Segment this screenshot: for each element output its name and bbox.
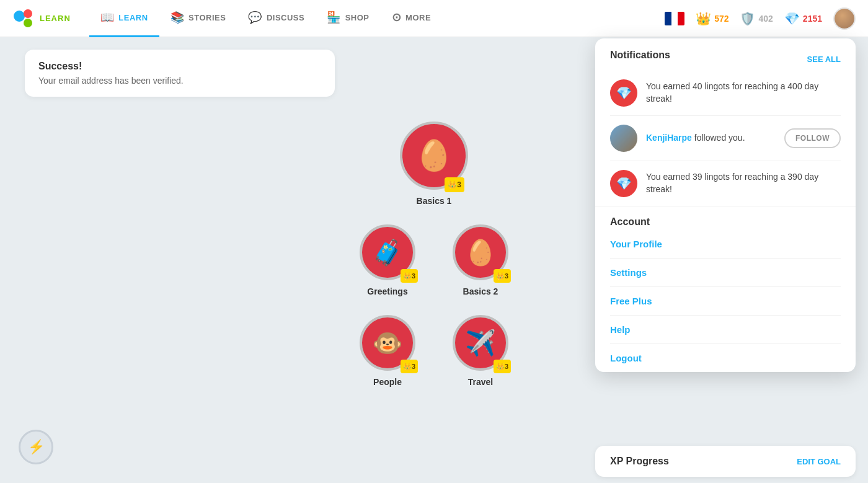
greetings-circle: 🧳 👑3 <box>360 224 415 280</box>
free-plus-link[interactable]: Free Plus <box>610 287 841 316</box>
account-section: Account Your Profile Settings Free Plus … <box>595 206 856 372</box>
notif-text-3: You earned 39 lingots for reaching a 390… <box>646 171 841 195</box>
logo[interactable]: LEARN <box>12 7 71 30</box>
nav-item-stories[interactable]: 📚 STORIES <box>159 0 237 37</box>
people-emoji: 🐵 <box>372 329 403 358</box>
see-all-link[interactable]: SEE ALL <box>807 55 841 64</box>
basics1-label: Basics 1 <box>417 196 452 206</box>
nav-right: 👑 572 🛡️ 402 💎 2151 <box>665 7 856 30</box>
gems-count: 2151 <box>803 14 822 24</box>
shield-count: 402 <box>758 14 773 24</box>
nav-label-learn: LEARN <box>118 13 148 22</box>
strength-icon[interactable]: ⚡ <box>19 430 53 464</box>
travel-circle: ✈️ 👑3 <box>453 315 508 371</box>
discuss-icon: 💬 <box>248 11 262 24</box>
streak-count: 572 <box>714 14 728 24</box>
help-link[interactable]: Help <box>610 316 841 344</box>
flag-red <box>678 12 684 25</box>
stories-icon: 📚 <box>170 11 185 24</box>
edit-goal-link[interactable]: EDIT GOAL <box>797 457 841 466</box>
lesson-basics1[interactable]: 🥚 👑3 Basics 1 <box>400 122 468 206</box>
greetings-label: Greetings <box>367 286 407 296</box>
success-title: Success! <box>38 61 321 72</box>
basics2-crown: 👑3 <box>494 269 511 283</box>
lesson-row-3: 🐵 👑3 People ✈️ 👑3 <box>360 315 508 387</box>
svg-point-2 <box>24 19 32 27</box>
gem-icon-3: 💎 <box>610 170 637 197</box>
more-icon: ⊙ <box>392 11 402 24</box>
travel-crown: 👑3 <box>494 360 511 373</box>
greetings-emoji: 🧳 <box>372 238 403 267</box>
basics1-emoji: 🥚 <box>415 138 453 173</box>
your-profile-link[interactable]: Your Profile <box>610 230 841 259</box>
follow-button[interactable]: FOLLOW <box>784 128 841 148</box>
nav-item-more[interactable]: ⊙ MORE <box>381 0 443 37</box>
user-avatar-img-2 <box>610 125 637 152</box>
basics2-circle: 🥚 👑3 <box>453 224 508 280</box>
notifications-header: Notifications SEE ALL <box>610 50 841 68</box>
flag-blue <box>665 12 671 25</box>
logo-icon <box>12 7 35 30</box>
navbar: LEARN 📖 LEARN 📚 STORIES 💬 DISCUSS 🏪 SHOP… <box>0 0 868 37</box>
gem-icon-1: 💎 <box>610 79 637 107</box>
svg-point-1 <box>24 9 32 18</box>
nav-item-shop[interactable]: 🏪 SHOP <box>316 0 380 37</box>
settings-link[interactable]: Settings <box>610 259 841 287</box>
notif-username[interactable]: KenjiHarpe <box>646 133 692 143</box>
notification-item-3: 💎 You earned 39 lingots for reaching a 3… <box>610 161 841 206</box>
travel-emoji: ✈️ <box>465 329 496 358</box>
gems-icon: 💎 <box>784 11 800 26</box>
user-avatar-2 <box>610 125 637 152</box>
lesson-row-2: 🧳 👑3 Greetings 🥚 👑3 <box>360 224 508 296</box>
notif-text-2: KenjiHarpe followed you. <box>646 132 776 144</box>
avatar-button[interactable] <box>833 7 856 30</box>
streak-stat[interactable]: 👑 572 <box>696 11 728 26</box>
lesson-travel[interactable]: ✈️ 👑3 Travel <box>453 315 508 387</box>
xp-title: XP Progress <box>610 456 669 467</box>
notification-item-2: KenjiHarpe followed you. FOLLOW <box>610 116 841 161</box>
nav-label-more: MORE <box>405 13 431 22</box>
people-crown: 👑3 <box>401 360 418 373</box>
dropdown-panel: Notifications SEE ALL 💎 You earned 40 li… <box>595 38 856 372</box>
xp-progress-panel: XP Progress EDIT GOAL <box>595 446 856 477</box>
shield-stat[interactable]: 🛡️ 402 <box>740 11 773 26</box>
basics2-label: Basics 2 <box>463 286 498 296</box>
basics1-circle: 🥚 👑3 <box>400 122 468 190</box>
shop-icon: 🏪 <box>327 11 341 24</box>
nav-label-stories: STORIES <box>188 13 226 22</box>
learn-icon: 📖 <box>100 11 115 24</box>
nav-label-discuss: DISCUSS <box>267 13 304 22</box>
lesson-basics2[interactable]: 🥚 👑3 Basics 2 <box>453 224 508 296</box>
basics2-emoji: 🥚 <box>465 238 496 267</box>
notification-item-1: 💎 You earned 40 lingots for reaching a 4… <box>610 71 841 116</box>
logo-text: LEARN <box>40 14 71 23</box>
avatar-image <box>835 9 854 29</box>
greetings-crown: 👑3 <box>401 269 418 283</box>
lesson-greetings[interactable]: 🧳 👑3 Greetings <box>360 224 415 296</box>
shield-icon: 🛡️ <box>740 11 755 26</box>
lesson-row-1: 🥚 👑3 Basics 1 <box>400 122 468 206</box>
notifications-section: Notifications SEE ALL 💎 You earned 40 li… <box>595 38 856 206</box>
travel-label: Travel <box>468 377 493 387</box>
notif-text-1: You earned 40 lingots for reaching a 400… <box>646 81 841 105</box>
svg-point-0 <box>14 11 25 22</box>
people-circle: 🐵 👑3 <box>360 315 415 371</box>
success-banner: Success! Your email address has been ver… <box>25 50 335 97</box>
account-title: Account <box>610 216 841 228</box>
nav-item-learn[interactable]: 📖 LEARN <box>89 0 159 37</box>
nav-label-shop: SHOP <box>345 13 370 22</box>
people-label: People <box>373 377 402 387</box>
logout-link[interactable]: Logout <box>610 344 841 372</box>
success-text: Your email address has been verified. <box>38 76 321 86</box>
lesson-people[interactable]: 🐵 👑3 People <box>360 315 415 387</box>
nav-items: 📖 LEARN 📚 STORIES 💬 DISCUSS 🏪 SHOP ⊙ MOR… <box>89 0 665 37</box>
basics1-crown: 👑3 <box>445 177 464 192</box>
flag-white <box>671 12 678 25</box>
language-flag[interactable] <box>665 12 684 25</box>
nav-item-discuss[interactable]: 💬 DISCUSS <box>237 0 316 37</box>
gems-stat[interactable]: 💎 2151 <box>784 11 822 26</box>
streak-icon: 👑 <box>696 11 711 26</box>
notifications-title: Notifications <box>610 50 670 61</box>
